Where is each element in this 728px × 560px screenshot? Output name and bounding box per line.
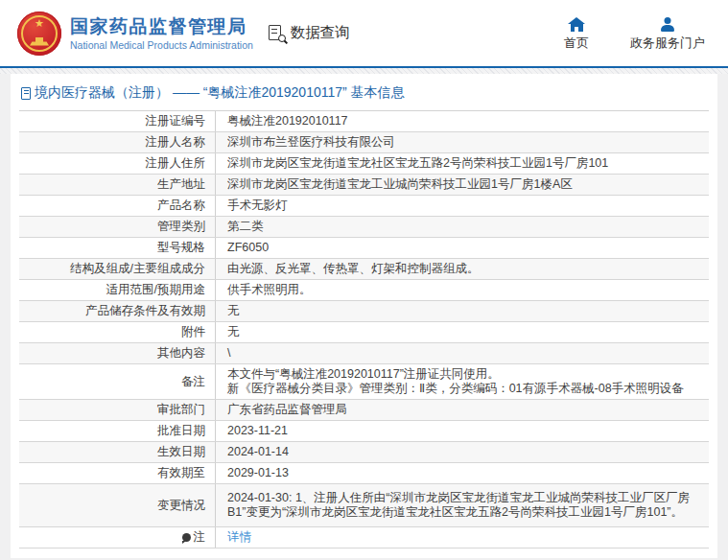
table-row: 生产地址深圳市龙岗区宝龙街道宝龙工业城尚荣科技工业园1号厂房1楼A区: [19, 175, 709, 196]
row-value: 2023-11-21: [216, 421, 709, 441]
row-value: 2029-01-13: [216, 463, 709, 483]
table-row: 管理类别第二类: [19, 217, 709, 238]
header-nav: 首页 政务服务门户: [552, 15, 705, 52]
detail-link[interactable]: 详情: [227, 530, 251, 545]
table-row: 其他内容\: [19, 343, 709, 364]
row-label: 批准日期: [19, 421, 216, 441]
row-value: 2024-01-30: 1、注册人住所由“深圳市龙岗区宝龙街道宝龙工业城尚荣科技…: [216, 484, 709, 526]
row-value: 由光源、反光罩、传热罩、灯架和控制器组成。: [216, 259, 709, 279]
site-header: 国家药品监督管理局 National Medical Products Admi…: [0, 0, 728, 68]
row-value: 手术无影灯: [216, 196, 709, 216]
table-row: 注册人名称深圳市布兰登医疗科技有限公司: [19, 132, 709, 153]
row-value: 深圳市龙岗区宝龙街道宝龙工业城尚荣科技工业园1号厂房1楼A区: [216, 175, 709, 195]
note-icon: [182, 533, 191, 542]
row-value: 无: [216, 322, 709, 342]
table-row: 注册人住所深圳市龙岗区宝龙街道宝龙社区宝龙五路2号尚荣科技工业园1号厂房101: [19, 153, 709, 175]
row-label: 结构及组成/主要组成成分: [19, 259, 216, 279]
logo-text: 国家药品监督管理局 National Medical Products Admi…: [70, 15, 253, 52]
table-row: 结构及组成/主要组成成分由光源、反光罩、传热罩、灯架和控制器组成。: [19, 259, 709, 280]
row-value: \: [216, 343, 709, 363]
row-label: 生产地址: [19, 175, 216, 195]
row-value: 第二类: [216, 217, 709, 237]
site-subtitle: National Medical Products Administration: [70, 38, 253, 52]
row-value: 本文件与“粤械注准20192010117”注册证共同使用。 新《医疗器械分类目录…: [216, 364, 709, 399]
table-row: 产品储存条件及有效期无: [19, 301, 709, 322]
page-title-text: 境内医疗器械（注册） —— “粤械注准20192010117” 基本信息: [35, 84, 405, 102]
user-icon: [660, 17, 675, 32]
row-value: 供手术照明用。: [216, 280, 709, 300]
row-label: 生效日期: [19, 442, 216, 462]
nav-item-gov-portal[interactable]: 政务服务门户: [630, 15, 705, 52]
data-query-label: 数据查询: [291, 23, 350, 43]
row-label: 管理类别: [19, 217, 216, 237]
nmpa-logo[interactable]: 国家药品监督管理局 National Medical Products Admi…: [17, 12, 253, 56]
row-value: 2024-01-14: [216, 442, 709, 462]
table-row: 生效日期2024-01-14: [19, 442, 709, 463]
row-value: 广东省药品监督管理局: [216, 400, 709, 420]
row-label: 注: [19, 527, 216, 548]
row-value: 深圳市布兰登医疗科技有限公司: [216, 132, 709, 152]
table-row: 型号规格ZF6050: [19, 238, 709, 259]
row-label: 有效期至: [19, 463, 216, 483]
row-label: 注册证编号: [19, 111, 216, 131]
nav-home-label: 首页: [564, 35, 589, 52]
row-label: 备注: [19, 364, 216, 399]
site-title: 国家药品监督管理局: [70, 15, 253, 38]
table-row: 注详情: [19, 527, 709, 548]
row-value: 粤械注准20192010117: [216, 111, 709, 131]
info-table: 注册证编号粤械注准20192010117注册人名称深圳市布兰登医疗科技有限公司注…: [19, 110, 709, 548]
table-row: 备注本文件与“粤械注准20192010117”注册证共同使用。 新《医疗器械分类…: [19, 364, 709, 400]
table-row: 注册证编号粤械注准20192010117: [19, 111, 709, 132]
row-value: ZF6050: [216, 238, 709, 258]
national-emblem-icon: [17, 12, 61, 56]
table-row: 附件无: [19, 322, 709, 343]
row-value: 无: [216, 301, 709, 321]
document-search-icon: [269, 24, 286, 43]
home-icon: [569, 18, 585, 32]
table-row: 审批部门广东省药品监督管理局: [19, 400, 709, 421]
table-row: 产品名称手术无影灯: [19, 196, 709, 217]
row-label: 注册人名称: [19, 132, 216, 152]
document-icon: [21, 87, 31, 100]
row-value: 深圳市龙岗区宝龙街道宝龙社区宝龙五路2号尚荣科技工业园1号厂房101: [216, 153, 709, 174]
nav-item-home[interactable]: 首页: [552, 15, 601, 52]
row-label: 附件: [19, 322, 216, 342]
row-label: 产品名称: [19, 196, 216, 216]
row-label: 适用范围/预期用途: [19, 280, 216, 300]
row-label: 审批部门: [19, 400, 216, 420]
page-title: 境内医疗器械（注册） —— “粤械注准20192010117” 基本信息: [19, 74, 709, 110]
table-row: 批准日期2023-11-21: [19, 421, 709, 442]
table-row: 有效期至2029-01-13: [19, 463, 709, 484]
row-label: 注册人住所: [19, 153, 216, 174]
row-label: 产品储存条件及有效期: [19, 301, 216, 321]
content-panel: 境内医疗器械（注册） —— “粤械注准20192010117” 基本信息 注册证…: [11, 74, 717, 558]
table-row: 变更情况2024-01-30: 1、注册人住所由“深圳市龙岗区宝龙街道宝龙工业城…: [19, 484, 709, 527]
row-label: 其他内容: [19, 343, 216, 363]
table-row: 适用范围/预期用途供手术照明用。: [19, 280, 709, 301]
data-query-button[interactable]: 数据查询: [269, 23, 350, 43]
nav-portal-label: 政务服务门户: [630, 35, 705, 52]
row-label: 型号规格: [19, 238, 216, 258]
row-label: 变更情况: [19, 484, 216, 526]
row-value: 详情: [216, 527, 709, 548]
